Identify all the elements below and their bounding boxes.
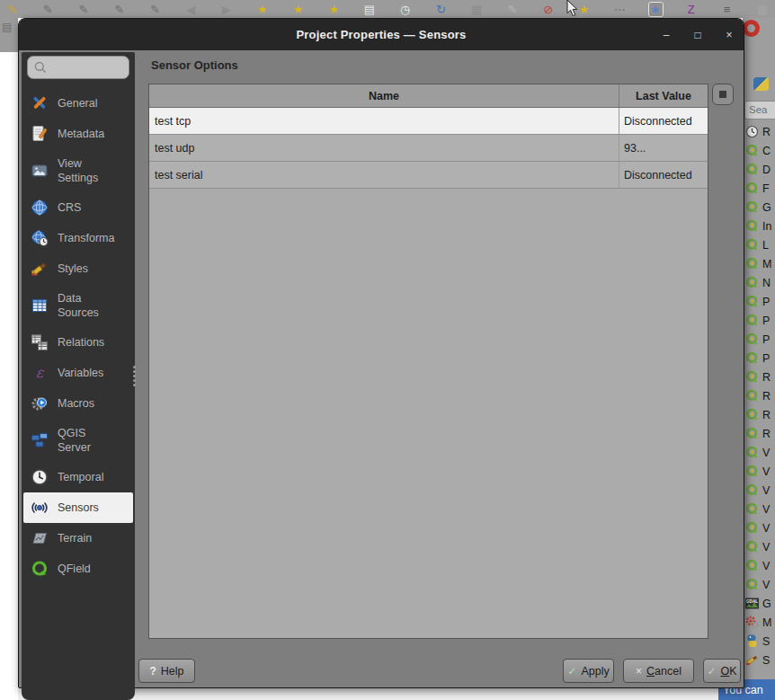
panel-item[interactable]: V — [743, 537, 775, 556]
panel-item[interactable]: P — [743, 311, 775, 330]
paste-icon[interactable]: ▤ — [2, 21, 12, 33]
new-layout-icon[interactable]: ▤ — [362, 4, 378, 15]
sidebar-item-view-settings[interactable]: View Settings — [22, 149, 135, 192]
panel-item[interactable]: G — [743, 198, 775, 217]
sidebar-item-general[interactable]: General — [22, 88, 135, 119]
panel-item[interactable]: V — [743, 518, 775, 537]
panel-item[interactable]: V — [743, 481, 775, 500]
dialog-titlebar[interactable]: Project Properties — Sensors – □ × — [19, 19, 744, 50]
panel-item[interactable]: R — [743, 368, 775, 386]
edit-pen-icon[interactable]: ✎ — [76, 4, 92, 15]
panel-item[interactable]: P — [743, 292, 775, 311]
panel-item[interactable]: V — [743, 462, 775, 481]
stop-sensor-button[interactable] — [712, 84, 734, 105]
panel-item[interactable]: S — [743, 651, 775, 669]
panel-item[interactable]: R — [743, 424, 775, 443]
test udp[interactable]: test udp 93... — [149, 135, 708, 162]
column-header-name[interactable]: Name — [149, 84, 619, 107]
apply-button[interactable]: ✓ Apply — [563, 659, 614, 683]
panel-item-label: P — [762, 352, 770, 365]
panel-item[interactable]: R — [743, 122, 775, 141]
label-star-icon[interactable]: ★ — [290, 4, 306, 15]
record-icon[interactable] — [743, 20, 760, 37]
sensors-table: Name Last Value test tcp Disconnected te… — [148, 84, 708, 639]
sidebar-item-variables[interactable]: ε Variables — [22, 358, 135, 388]
sidebar-item-sensors[interactable]: Sensors — [23, 492, 133, 523]
panel-item[interactable]: M — [743, 613, 775, 632]
sidebar-item-metadata[interactable]: Metadata — [22, 119, 135, 149]
q-logo-icon — [745, 483, 759, 497]
cancel-button[interactable]: × Cancel — [623, 659, 694, 683]
window-controls: – □ × — [660, 19, 735, 50]
panel-item[interactable]: N — [743, 273, 775, 292]
sidebar-item-relations[interactable]: Relations — [22, 327, 135, 358]
redo-icon[interactable]: ▶ — [219, 4, 235, 15]
x-icon: × — [636, 666, 642, 677]
maximize-button[interactable]: □ — [691, 29, 704, 41]
sidebar-item-styles[interactable]: Styles — [22, 253, 135, 284]
panel-item[interactable]: P — [743, 330, 775, 349]
more-dots-icon[interactable]: ⋯ — [612, 4, 628, 15]
label-off-icon[interactable]: ⊘ — [540, 4, 556, 15]
sidebar-item-data-sources[interactable]: Data Sources — [22, 284, 135, 327]
sidebar-search-input[interactable] — [51, 61, 127, 74]
panel-item[interactable]: C — [743, 141, 775, 160]
panel-item[interactable]: V — [743, 500, 775, 518]
panel-search-input[interactable]: Sea — [744, 101, 775, 120]
panel-item[interactable]: P — [743, 349, 775, 368]
close-button[interactable]: × — [723, 29, 735, 41]
test serial[interactable]: test serial Disconnected — [149, 162, 708, 189]
sidebar-splitter-handle[interactable] — [131, 362, 137, 389]
sidebar-item-label: Temporal — [58, 471, 103, 483]
edit-pen-icon[interactable]: ✎ — [40, 4, 56, 15]
panel-item-label: R — [762, 428, 771, 440]
sidebar-search-box[interactable] — [27, 56, 129, 79]
background-toolbar: ✎ ✎ ✎ ✎ ✎ ◀ ▶ ★ ★ ★ ▤ ◷ ↻ ▦ ✎ ⊘ — [0, 0, 775, 18]
label-star-icon[interactable]: ★ — [254, 4, 270, 15]
panel-item[interactable]: L — [743, 235, 775, 254]
ruler-icon[interactable]: ▦ — [755, 4, 771, 15]
panel-item[interactable]: V — [743, 575, 775, 594]
clock-icon — [30, 467, 49, 487]
refresh-icon[interactable]: ↻ — [433, 4, 449, 15]
panel-item[interactable]: M — [743, 254, 775, 273]
temporal-clock-icon[interactable]: ◷ — [397, 4, 413, 15]
panel-item[interactable]: V — [743, 556, 775, 575]
undo-icon[interactable]: ◀ — [183, 4, 199, 15]
panel-item[interactable]: R — [743, 386, 775, 405]
processing-star-icon[interactable]: ∗ — [648, 2, 664, 17]
panel-item[interactable]: In — [743, 217, 775, 235]
q-logo-icon — [745, 446, 759, 459]
edit-pen-faded-icon[interactable]: ✎ — [505, 4, 521, 15]
panel-item-label: L — [762, 239, 769, 252]
edit-pen-icon[interactable]: ✎ — [111, 4, 127, 15]
z-tool-icon[interactable]: Z — [683, 4, 699, 15]
edit-pen-icon[interactable]: ✎ — [147, 4, 163, 15]
list-icon[interactable]: ≡ — [719, 4, 735, 15]
ok-button[interactable]: ✓ OK — [703, 659, 741, 683]
edit-pen-yellow-icon[interactable]: ✎ — [4, 4, 20, 15]
minimize-button[interactable]: – — [660, 29, 673, 41]
sidebar-item-qgis-server[interactable]: QGIS Server — [22, 419, 135, 462]
panel-item[interactable]: GDAL G — [743, 594, 775, 613]
panel-item[interactable]: F — [743, 179, 775, 198]
column-header-last-value[interactable]: Last Value — [619, 84, 708, 107]
label-star-icon[interactable]: ★ — [326, 4, 342, 15]
panel-item[interactable]: D — [743, 160, 775, 179]
test tcp[interactable]: test tcp Disconnected — [149, 108, 708, 135]
sidebar-item-label: Terrain — [58, 532, 92, 545]
sidebar-item-temporal[interactable]: Temporal — [22, 462, 135, 492]
panel-item[interactable]: S — [743, 632, 775, 651]
python-console-icon[interactable] — [753, 77, 769, 91]
sidebar-item-qfield[interactable]: QField — [22, 554, 135, 584]
sidebar-item-terrain[interactable]: Terrain — [22, 523, 135, 554]
sidebar-item-macros[interactable]: Macros — [22, 388, 135, 419]
panel-item[interactable]: V — [743, 443, 775, 462]
help-button[interactable]: ? Help — [138, 659, 195, 683]
sidebar-item-crs[interactable]: CRS — [22, 192, 135, 223]
panel-item[interactable]: R — [743, 405, 775, 424]
q-logo-icon — [745, 144, 759, 157]
sidebar-item-transforma[interactable]: Transforma — [22, 223, 135, 253]
measure-icon[interactable]: ▦ — [469, 4, 485, 15]
panel-item-label: R — [762, 409, 771, 421]
